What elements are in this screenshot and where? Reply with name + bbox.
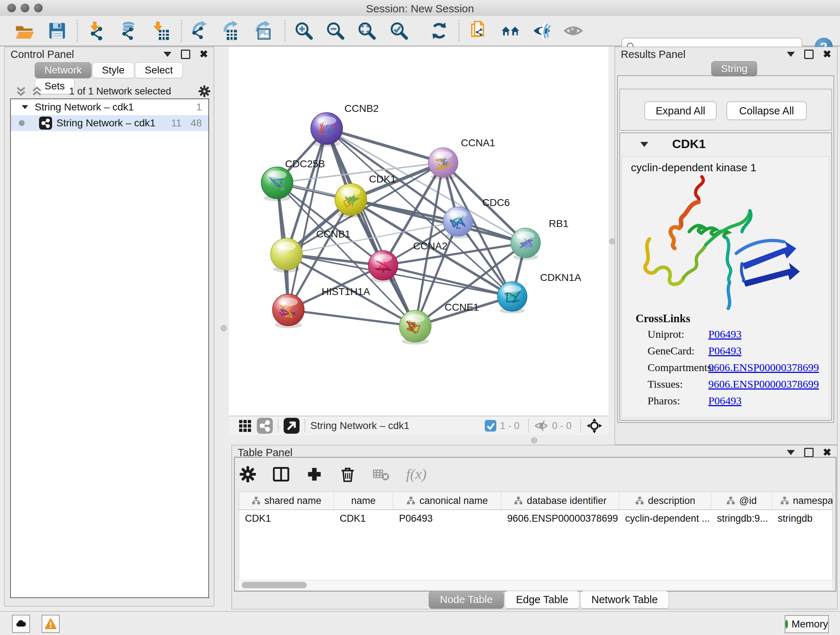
export-image-button[interactable] [251,19,275,42]
edge-CCNB2-CCNA1[interactable] [327,128,443,163]
crosslink-compartments-link[interactable]: 9606.ENSP00000378699 [708,361,819,374]
maximize-panel-icon[interactable] [181,50,190,59]
delete-column-trash-icon[interactable] [339,465,357,483]
zoom-selected-button[interactable] [387,19,411,42]
table-cell[interactable]: cyclin-dependent ... [619,510,711,527]
maximize-panel-icon[interactable] [804,50,813,59]
hide-selection-button[interactable] [531,19,554,42]
crosslinks-heading: CrossLinks [636,312,690,325]
collapse-all-button[interactable]: Collapse All [726,101,807,120]
table-cell[interactable]: CDK1 [239,510,334,527]
column-header-namespace[interactable]: namespace [772,492,833,509]
open-session-button[interactable] [12,19,36,42]
column-header--id[interactable]: @id [711,492,772,509]
memory-status-button[interactable]: Memory [785,615,829,633]
selected-items-checkbox-icon[interactable] [485,420,496,432]
node-label-CDC25B: CDC25B [285,158,325,169]
import-network-database-button[interactable] [117,19,141,42]
warning-status-button[interactable] [42,615,60,633]
network-node-count: 11 [171,117,182,129]
cloud-status-button[interactable] [12,615,30,633]
node-label-CDK1: CDK1 [369,173,396,185]
tab-select[interactable]: Select [135,62,183,78]
save-session-button[interactable] [45,19,69,42]
table-cell[interactable]: P06493 [393,510,501,527]
tab-string[interactable]: String [711,61,757,76]
column-header-canonical-name[interactable]: canonical name [393,492,501,509]
maximize-panel-icon[interactable] [804,448,813,457]
scrollbar-thumb[interactable] [242,582,307,588]
crosslink-tissues-link[interactable]: 9606.ENSP00000378699 [708,378,819,390]
import-table-file-button[interactable] [149,19,172,42]
clone-network-button[interactable] [466,19,490,42]
collapse-all-chevron-icon[interactable] [16,86,27,97]
table-cell[interactable]: CDK1 [334,510,393,527]
network-edge-count: 48 [191,117,202,129]
collection-count: 1 [196,101,202,113]
add-column-plus-icon[interactable] [305,465,324,483]
gene-section-collapse-icon[interactable] [640,142,648,147]
close-panel-icon[interactable]: ✖ [823,449,831,456]
tab-edge-table[interactable]: Edge Table [505,591,579,608]
table-horizontal-scrollbar[interactable] [239,580,832,590]
refresh-view-button[interactable] [427,19,451,42]
delete-table-icon-disabled [372,465,390,483]
show-columns-icon[interactable] [272,465,290,483]
toolbar-separator [77,20,78,41]
float-panel-icon[interactable] [787,52,795,57]
zoom-out-button[interactable] [324,19,347,42]
column-header-name[interactable]: name [334,492,393,509]
export-table-button[interactable] [218,19,242,42]
export-network-button[interactable] [187,19,211,42]
table-cell[interactable]: stringdb:9... [711,510,772,527]
column-header-shared-name[interactable]: shared name [239,492,334,509]
crosslink-uniprot-link[interactable]: P06493 [708,328,742,340]
network-row-selected[interactable]: String Network – cdk1 11 48 [11,115,208,131]
fit-selected-crosshair-icon[interactable] [586,417,603,434]
table-row[interactable]: CDK1CDK1P064939606.ENSP00000378699cyclin… [239,510,832,527]
network-canvas[interactable]: CCNB2CCNA1CDC25BCDK1CDC6RB1CCNB1CCNA2CDK… [229,47,608,416]
import-network-file-button[interactable] [85,19,109,42]
tab-network[interactable]: Network [35,62,92,78]
protein-structure-image [635,170,805,315]
expand-all-chevron-icon[interactable] [32,86,42,97]
network-selection-status-bar: 1 of 1 Network selected [16,85,211,98]
birdseye-grid-icon[interactable] [239,420,251,432]
table-cell[interactable]: stringdb [772,510,833,527]
node-table[interactable]: shared namename canonical name database … [239,492,833,581]
zoom-fit-button[interactable] [355,19,379,42]
tab-style[interactable]: Style [92,62,134,78]
tab-network-table[interactable]: Network Table [580,591,669,608]
tab-node-table[interactable]: Node Table [429,591,504,608]
network-collection-row[interactable]: String Network – cdk1 1 [11,99,208,115]
crosslink-pharos-link[interactable]: P06493 [708,394,742,407]
column-type-icon [780,496,789,505]
column-header-database-identifier[interactable]: database identifier [501,492,619,509]
show-hidden-button[interactable] [562,19,586,42]
column-header-description[interactable]: description [619,492,711,509]
float-panel-icon[interactable] [164,52,172,57]
edge-HIST1H1A-CCNE1[interactable] [288,310,415,326]
column-type-icon [514,496,523,505]
edge-CCNB2-HIST1H1A[interactable] [288,128,327,310]
selected-count-badge: 1 - 0 [500,420,519,432]
home-view-button[interactable] [499,19,523,42]
status-bar: Memory [0,611,840,635]
column-type-icon [251,496,261,505]
close-panel-icon[interactable]: ✖ [200,51,208,58]
table-cell[interactable]: 9606.ENSP00000378699 [501,510,619,527]
detach-view-icon[interactable] [284,418,300,434]
collection-expander-icon[interactable] [22,105,28,109]
node-label-CCNB1: CCNB1 [316,228,351,240]
left-splitter-handle[interactable] [221,325,227,331]
float-panel-icon[interactable] [787,450,795,455]
table-options-gear-icon[interactable] [239,465,257,483]
bottom-splitter-handle[interactable] [531,437,537,443]
network-options-gear-icon[interactable] [198,85,211,98]
crosslink-genecard-link[interactable]: P06493 [708,345,742,357]
close-panel-icon[interactable]: ✖ [823,51,831,58]
zoom-in-button[interactable] [292,19,316,42]
expand-all-button[interactable]: Expand All [644,101,717,120]
collection-label: String Network – cdk1 [35,101,134,113]
toolbar-separator [284,20,286,41]
